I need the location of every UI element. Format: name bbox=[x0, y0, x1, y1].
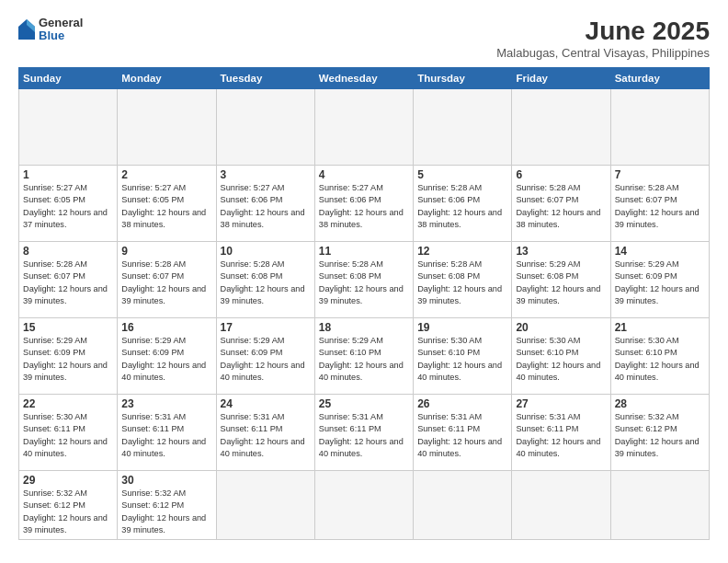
calendar-cell: 3 Sunrise: 5:27 AM Sunset: 6:06 PM Dayli… bbox=[216, 166, 314, 242]
weekday-header-row: Sunday Monday Tuesday Wednesday Thursday… bbox=[19, 68, 710, 89]
header-tuesday: Tuesday bbox=[216, 68, 314, 89]
day-number: 5 bbox=[417, 168, 507, 181]
logo-text: General Blue bbox=[39, 17, 83, 43]
day-number: 25 bbox=[319, 397, 409, 410]
day-number: 26 bbox=[417, 397, 507, 410]
day-number: 20 bbox=[516, 321, 606, 334]
calendar-cell bbox=[19, 89, 118, 166]
calendar-cell: 20 Sunrise: 5:30 AM Sunset: 6:10 PM Dayl… bbox=[512, 318, 610, 395]
location: Malabugas, Central Visayas, Philippines bbox=[496, 46, 710, 60]
day-info: Sunrise: 5:30 AM Sunset: 6:11 PM Dayligh… bbox=[23, 411, 113, 460]
day-number: 1 bbox=[23, 168, 113, 181]
calendar-cell: 1 Sunrise: 5:27 AM Sunset: 6:05 PM Dayli… bbox=[19, 166, 118, 242]
day-number: 8 bbox=[23, 245, 113, 258]
calendar-cell: 8 Sunrise: 5:28 AM Sunset: 6:07 PM Dayli… bbox=[19, 242, 118, 318]
page: General Blue June 2025 Malabugas, Centra… bbox=[0, 0, 728, 563]
calendar-cell: 24 Sunrise: 5:31 AM Sunset: 6:11 PM Dayl… bbox=[216, 395, 314, 471]
header: General Blue June 2025 Malabugas, Centra… bbox=[18, 17, 710, 60]
header-monday: Monday bbox=[118, 68, 216, 89]
calendar-cell: 10 Sunrise: 5:28 AM Sunset: 6:08 PM Dayl… bbox=[216, 242, 314, 318]
day-info: Sunrise: 5:31 AM Sunset: 6:11 PM Dayligh… bbox=[516, 411, 606, 460]
calendar-cell: 29 Sunrise: 5:32 AM Sunset: 6:12 PM Dayl… bbox=[19, 471, 118, 540]
day-number: 28 bbox=[615, 397, 705, 410]
calendar-week-row: 8 Sunrise: 5:28 AM Sunset: 6:07 PM Dayli… bbox=[19, 242, 710, 318]
calendar-cell: 22 Sunrise: 5:30 AM Sunset: 6:11 PM Dayl… bbox=[19, 395, 118, 471]
day-number: 7 bbox=[615, 168, 705, 181]
calendar-cell: 16 Sunrise: 5:29 AM Sunset: 6:09 PM Dayl… bbox=[118, 318, 216, 395]
day-number: 13 bbox=[516, 245, 606, 258]
calendar-cell bbox=[314, 89, 413, 166]
day-number: 22 bbox=[23, 397, 113, 410]
day-info: Sunrise: 5:28 AM Sunset: 6:07 PM Dayligh… bbox=[516, 182, 606, 231]
day-number: 14 bbox=[615, 245, 705, 258]
day-info: Sunrise: 5:32 AM Sunset: 6:12 PM Dayligh… bbox=[23, 488, 113, 536]
day-number: 15 bbox=[23, 321, 113, 334]
day-number: 19 bbox=[417, 321, 507, 334]
calendar-cell bbox=[118, 89, 216, 166]
calendar-cell bbox=[414, 89, 512, 166]
day-info: Sunrise: 5:28 AM Sunset: 6:07 PM Dayligh… bbox=[121, 259, 211, 307]
calendar-cell: 2 Sunrise: 5:27 AM Sunset: 6:05 PM Dayli… bbox=[118, 166, 216, 242]
calendar-cell: 7 Sunrise: 5:28 AM Sunset: 6:07 PM Dayli… bbox=[610, 166, 709, 242]
calendar-cell: 17 Sunrise: 5:29 AM Sunset: 6:09 PM Dayl… bbox=[216, 318, 314, 395]
day-number: 29 bbox=[23, 474, 113, 487]
calendar-cell: 21 Sunrise: 5:30 AM Sunset: 6:10 PM Dayl… bbox=[610, 318, 709, 395]
calendar-week-row: 1 Sunrise: 5:27 AM Sunset: 6:05 PM Dayli… bbox=[19, 166, 710, 242]
calendar-cell bbox=[216, 471, 314, 540]
calendar-cell: 28 Sunrise: 5:32 AM Sunset: 6:12 PM Dayl… bbox=[610, 395, 709, 471]
day-info: Sunrise: 5:28 AM Sunset: 6:07 PM Dayligh… bbox=[23, 259, 113, 307]
day-info: Sunrise: 5:29 AM Sunset: 6:09 PM Dayligh… bbox=[121, 335, 211, 384]
day-info: Sunrise: 5:32 AM Sunset: 6:12 PM Dayligh… bbox=[121, 488, 211, 536]
calendar-cell: 19 Sunrise: 5:30 AM Sunset: 6:10 PM Dayl… bbox=[414, 318, 512, 395]
day-info: Sunrise: 5:30 AM Sunset: 6:10 PM Dayligh… bbox=[516, 335, 606, 384]
day-info: Sunrise: 5:27 AM Sunset: 6:06 PM Dayligh… bbox=[319, 182, 409, 231]
day-info: Sunrise: 5:29 AM Sunset: 6:09 PM Dayligh… bbox=[221, 335, 311, 384]
day-info: Sunrise: 5:28 AM Sunset: 6:06 PM Dayligh… bbox=[417, 182, 507, 231]
calendar-week-row bbox=[19, 89, 710, 166]
calendar-cell bbox=[610, 471, 709, 540]
day-number: 6 bbox=[516, 168, 606, 181]
day-number: 23 bbox=[121, 397, 211, 410]
calendar-cell bbox=[414, 471, 512, 540]
day-number: 9 bbox=[121, 245, 211, 258]
day-info: Sunrise: 5:29 AM Sunset: 6:09 PM Dayligh… bbox=[23, 335, 113, 384]
calendar-cell bbox=[512, 471, 610, 540]
calendar-week-row: 22 Sunrise: 5:30 AM Sunset: 6:11 PM Dayl… bbox=[19, 395, 710, 471]
day-info: Sunrise: 5:31 AM Sunset: 6:11 PM Dayligh… bbox=[417, 411, 507, 460]
calendar-cell: 9 Sunrise: 5:28 AM Sunset: 6:07 PM Dayli… bbox=[118, 242, 216, 318]
logo: General Blue bbox=[18, 17, 83, 43]
calendar-cell: 25 Sunrise: 5:31 AM Sunset: 6:11 PM Dayl… bbox=[314, 395, 413, 471]
calendar-cell bbox=[512, 89, 610, 166]
calendar-cell bbox=[216, 89, 314, 166]
day-number: 4 bbox=[319, 168, 409, 181]
calendar-table: Sunday Monday Tuesday Wednesday Thursday… bbox=[18, 67, 710, 540]
day-number: 16 bbox=[121, 321, 211, 334]
logo-general: General bbox=[39, 17, 83, 29]
day-number: 18 bbox=[319, 321, 409, 334]
calendar-cell: 30 Sunrise: 5:32 AM Sunset: 6:12 PM Dayl… bbox=[118, 471, 216, 540]
calendar-cell bbox=[314, 471, 413, 540]
day-info: Sunrise: 5:30 AM Sunset: 6:10 PM Dayligh… bbox=[615, 335, 705, 384]
day-info: Sunrise: 5:28 AM Sunset: 6:07 PM Dayligh… bbox=[615, 182, 705, 231]
day-number: 10 bbox=[221, 245, 311, 258]
calendar-cell: 18 Sunrise: 5:29 AM Sunset: 6:10 PM Dayl… bbox=[314, 318, 413, 395]
calendar-cell: 15 Sunrise: 5:29 AM Sunset: 6:09 PM Dayl… bbox=[19, 318, 118, 395]
title-block: June 2025 Malabugas, Central Visayas, Ph… bbox=[496, 17, 710, 60]
calendar-cell bbox=[610, 89, 709, 166]
calendar-cell: 11 Sunrise: 5:28 AM Sunset: 6:08 PM Dayl… bbox=[314, 242, 413, 318]
calendar-cell: 6 Sunrise: 5:28 AM Sunset: 6:07 PM Dayli… bbox=[512, 166, 610, 242]
day-info: Sunrise: 5:31 AM Sunset: 6:11 PM Dayligh… bbox=[121, 411, 211, 460]
day-number: 24 bbox=[221, 397, 311, 410]
day-info: Sunrise: 5:29 AM Sunset: 6:10 PM Dayligh… bbox=[319, 335, 409, 384]
day-info: Sunrise: 5:29 AM Sunset: 6:09 PM Dayligh… bbox=[615, 259, 705, 307]
day-info: Sunrise: 5:27 AM Sunset: 6:05 PM Dayligh… bbox=[23, 182, 113, 231]
day-number: 2 bbox=[121, 168, 211, 181]
day-info: Sunrise: 5:28 AM Sunset: 6:08 PM Dayligh… bbox=[417, 259, 507, 307]
logo-icon bbox=[18, 19, 35, 40]
calendar-cell: 23 Sunrise: 5:31 AM Sunset: 6:11 PM Dayl… bbox=[118, 395, 216, 471]
day-info: Sunrise: 5:31 AM Sunset: 6:11 PM Dayligh… bbox=[221, 411, 311, 460]
calendar-week-row: 29 Sunrise: 5:32 AM Sunset: 6:12 PM Dayl… bbox=[19, 471, 710, 540]
calendar-cell: 5 Sunrise: 5:28 AM Sunset: 6:06 PM Dayli… bbox=[414, 166, 512, 242]
header-sunday: Sunday bbox=[19, 68, 118, 89]
day-number: 27 bbox=[516, 397, 606, 410]
